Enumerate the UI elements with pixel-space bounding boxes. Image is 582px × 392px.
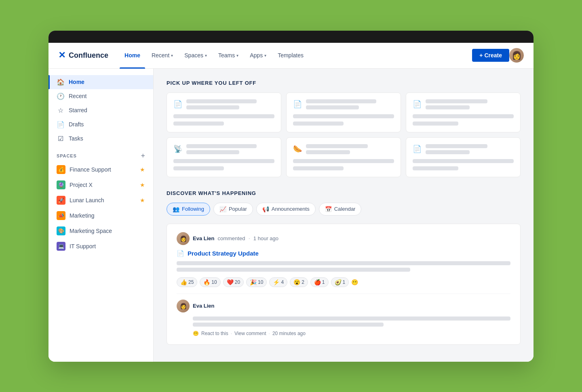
sidebar-item-recent[interactable]: 🕐 Recent — [48, 89, 153, 103]
skeleton-subtitle — [426, 150, 470, 154]
home-icon: 🏠 — [57, 78, 65, 86]
skeleton-body2 — [413, 166, 458, 170]
activity-time: 1 hour ago — [253, 235, 278, 241]
filter-tab-popular[interactable]: 📈 Popular — [213, 203, 253, 216]
emoji-reactions: 👍 25 🔥 10 ❤️ 20 🎉 10 — [177, 277, 510, 287]
sidebar-item-starred[interactable]: ☆ Starred — [48, 103, 153, 117]
sidebar-item-tasks[interactable]: ☑ Tasks — [48, 132, 153, 146]
reaction-wow[interactable]: 😮 2 — [290, 277, 308, 287]
reaction-avocado[interactable]: 🥑 1 — [331, 277, 349, 287]
nav-link-spaces[interactable]: Spaces ▾ — [179, 49, 212, 62]
nav-link-templates[interactable]: Templates — [273, 49, 308, 62]
food-icon: 🌭 — [293, 145, 302, 153]
nav-link-home[interactable]: Home — [120, 49, 145, 62]
sidebar-item-project-x[interactable]: 🔮 Project X ★ — [48, 177, 153, 193]
filter-tab-calendar[interactable]: 📅 Calendar — [319, 203, 362, 216]
satellite-icon: 📡 — [173, 145, 182, 153]
activity-meta: 👩 Eva Lien commented · 1 hour ago — [177, 232, 510, 245]
skeleton-body — [413, 114, 514, 118]
recent-card-6[interactable]: 📄 — [406, 137, 521, 177]
filter-tab-following[interactable]: 👥 Following — [167, 203, 210, 216]
nav-link-teams[interactable]: Teams ▾ — [213, 49, 243, 62]
space-icon-marketing: 📣 — [57, 211, 65, 220]
sidebar-item-finance-support[interactable]: 💰 Finance Support ★ — [48, 162, 153, 177]
skeleton-body2 — [173, 166, 224, 170]
comment-section: 👩 Eva Lien 😶 React to this · View commen… — [177, 293, 510, 336]
avatar[interactable]: 👩 — [509, 48, 524, 63]
reaction-party[interactable]: 🎉 10 — [246, 277, 267, 287]
chevron-down-icon: ▾ — [171, 53, 173, 58]
starred-icon: ★ — [140, 197, 145, 203]
section-title-discover: DISCOVER WHAT'S HAPPENING — [167, 190, 521, 196]
space-icon-lunar: 🚀 — [57, 196, 65, 205]
comment-meta: 👩 Eva Lien — [177, 300, 510, 312]
recent-cards-grid: 📄 📄 — [167, 92, 521, 177]
skeleton — [193, 323, 384, 327]
sidebar-item-drafts[interactable]: 📄 Drafts — [48, 117, 153, 132]
nav-link-recent[interactable]: Recent ▾ — [147, 49, 178, 62]
activity-user-name: Eva Lien — [193, 235, 214, 241]
clock-icon: 🕐 — [57, 92, 65, 100]
logo-text: Confluence — [69, 51, 108, 60]
skeleton-title — [306, 144, 368, 148]
skeleton-body — [173, 159, 274, 163]
sidebar-item-it-support[interactable]: 💻 IT Support — [48, 239, 153, 254]
skeleton-body2 — [173, 122, 224, 126]
skeleton — [177, 268, 410, 272]
reaction-fire[interactable]: 🔥 10 — [200, 277, 220, 287]
popular-icon: 📈 — [219, 206, 226, 212]
reaction-apple[interactable]: 🍎 1 — [310, 277, 329, 287]
sidebar-item-lunar-launch[interactable]: 🚀 Lunar Launch ★ — [48, 193, 153, 208]
filter-tabs: 👥 Following 📈 Popular 📢 Announcements 📅 … — [167, 203, 521, 216]
activity-card-1: 👩 Eva Lien commented · 1 hour ago 📄 Prod… — [167, 224, 521, 345]
doc-icon: 📄 — [293, 100, 302, 109]
skeleton-title — [186, 99, 257, 103]
add-reaction-button[interactable]: 😶 — [351, 279, 358, 285]
comment-actions: 😶 React to this · View comment · 20 minu… — [177, 331, 510, 336]
logo[interactable]: ✕ Confluence — [58, 50, 108, 61]
spaces-section-label: SPACES + — [48, 146, 153, 162]
space-icon-it-support: 💻 — [57, 242, 65, 251]
star-icon: ☆ — [57, 107, 65, 114]
recent-card-4[interactable]: 📡 — [167, 137, 281, 177]
recent-card-3[interactable]: 📄 — [406, 92, 521, 132]
doc-icon: 📄 — [413, 100, 422, 109]
starred-icon: ★ — [140, 182, 145, 188]
topbar-strip — [48, 31, 534, 43]
comment-body — [177, 317, 510, 327]
skeleton-body2 — [293, 122, 344, 126]
activity-user-avatar: 👩 — [177, 232, 190, 245]
filter-tab-announcements[interactable]: 📢 Announcements — [256, 203, 316, 216]
skeleton-title — [186, 144, 257, 148]
recent-card-1[interactable]: 📄 — [167, 92, 281, 132]
app-window: ✕ Confluence Home Recent ▾ Spaces ▾ Team… — [48, 31, 534, 362]
recent-card-5[interactable]: 🌭 — [286, 137, 401, 177]
activity-page-title[interactable]: 📄 Product Strategy Update — [177, 250, 510, 257]
add-space-button[interactable]: + — [141, 152, 145, 159]
reaction-thumbsup[interactable]: 👍 25 — [177, 277, 197, 287]
reaction-heart[interactable]: ❤️ 20 — [223, 277, 244, 287]
sidebar-item-marketing[interactable]: 📣 Marketing — [48, 208, 153, 223]
sidebar-item-marketing-space[interactable]: 🎨 Marketing Space — [48, 223, 153, 239]
skeleton-body — [173, 114, 274, 118]
following-icon: 👥 — [173, 206, 179, 212]
create-button[interactable]: + Create — [472, 49, 509, 62]
skeleton-body — [413, 159, 514, 163]
react-to-this-link[interactable]: React to this — [201, 331, 228, 336]
page-doc-icon: 📄 — [177, 250, 184, 257]
comment-user-name: Eva Lien — [193, 303, 214, 309]
react-to-this-icon: 😶 — [193, 331, 199, 336]
comment-user-avatar: 👩 — [177, 300, 190, 312]
skeleton-subtitle — [186, 105, 239, 109]
nav-link-apps[interactable]: Apps ▾ — [245, 49, 271, 62]
view-comment-link[interactable]: View comment — [234, 331, 266, 336]
skeleton-title — [306, 99, 376, 103]
recent-card-2[interactable]: 📄 — [286, 92, 401, 132]
reaction-lightning[interactable]: ⚡ 4 — [269, 277, 287, 287]
section-title-pickup: PICK UP WHERE YOU LEFT OFF — [167, 80, 521, 86]
announcements-icon: 📢 — [262, 206, 269, 212]
navbar: ✕ Confluence Home Recent ▾ Spaces ▾ Team… — [48, 43, 534, 69]
sidebar-item-home[interactable]: 🏠 Home — [48, 75, 153, 89]
space-icon-project-x: 🔮 — [57, 180, 65, 189]
chevron-down-icon: ▾ — [236, 53, 238, 58]
